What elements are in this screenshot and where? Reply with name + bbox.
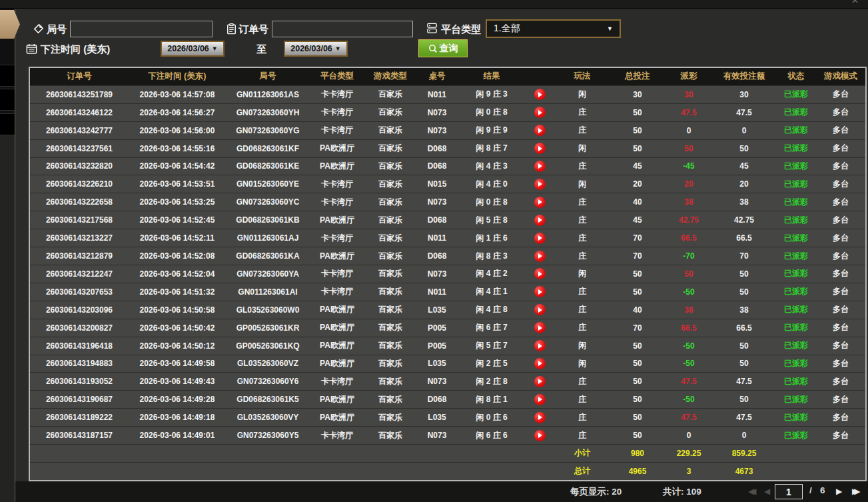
cell: 庄	[554, 391, 611, 408]
prev-page-icon[interactable]: ◀	[764, 487, 770, 496]
status-cell: 已派彩	[775, 265, 817, 283]
order-no-input[interactable]	[272, 21, 413, 37]
play-video-button[interactable]	[534, 197, 546, 208]
close-icon[interactable]: ✕	[851, 0, 859, 5]
play-cell	[526, 337, 554, 355]
game-no-input[interactable]	[70, 21, 213, 37]
play-cell	[526, 265, 554, 283]
cell: 多台	[817, 158, 864, 175]
column-header: 桌号	[416, 68, 458, 85]
play-icon	[538, 217, 542, 223]
cell: 庄	[554, 301, 611, 319]
cell: 2026-03-06 14:53:51	[129, 175, 226, 193]
column-header: 有效投注额	[713, 68, 775, 85]
cell: 百家乐	[364, 427, 416, 444]
sum-payout: 229.25	[664, 445, 713, 462]
cell: 多台	[817, 247, 864, 265]
cell: 2026-03-06 14:51:32	[129, 283, 226, 301]
play-cell	[526, 193, 554, 211]
play-video-button[interactable]	[534, 340, 546, 351]
play-video-button[interactable]	[534, 358, 546, 369]
table-row: 2603061432008272026-03-06 14:50:42GP0052…	[30, 319, 865, 337]
play-video-button[interactable]	[534, 430, 546, 441]
payout-cell: 66.5	[664, 319, 713, 337]
query-button[interactable]: 查询	[418, 39, 468, 57]
sidebar-tab[interactable]	[0, 65, 15, 87]
cell: 50	[713, 283, 775, 301]
cell: 50	[611, 283, 664, 301]
play-video-button[interactable]	[534, 179, 546, 190]
cell: 260306143212247	[30, 265, 129, 283]
play-video-button[interactable]	[534, 125, 546, 136]
query-button-label: 查询	[440, 43, 458, 55]
cell: GD068263061KF	[226, 140, 310, 157]
cell: N073	[416, 193, 458, 211]
cell: 30	[713, 86, 775, 103]
cell: 50	[611, 104, 664, 121]
to-label: 至	[256, 43, 266, 56]
sum-cell	[364, 445, 416, 462]
first-page-icon[interactable]: ◀◀	[748, 487, 756, 496]
cell: 百家乐	[364, 355, 416, 373]
platform-type-selected: 1.全部	[494, 23, 520, 35]
play-video-button[interactable]	[534, 143, 546, 154]
date-to-button[interactable]: 2026/03/06 ▼	[284, 41, 348, 57]
date-from-button[interactable]: 2026/03/06 ▼	[161, 41, 224, 57]
play-video-button[interactable]	[534, 322, 546, 333]
payout-cell: 38	[664, 301, 713, 319]
play-video-button[interactable]	[534, 89, 546, 100]
column-header: 下注时间 (美东)	[129, 68, 226, 85]
chevron-down-icon: ▼	[212, 45, 218, 52]
page-separator: /	[809, 485, 812, 495]
cell: GN011263061AI	[226, 283, 310, 301]
sum-cell	[526, 463, 554, 480]
sidebar-tab[interactable]	[0, 113, 15, 135]
column-header: 总投注	[611, 68, 664, 85]
table-row: 2603061432175682026-03-06 14:52:45GD0682…	[30, 211, 865, 229]
play-video-button[interactable]	[534, 412, 546, 423]
cell: 2026-03-06 14:52:45	[129, 211, 226, 229]
play-video-button[interactable]	[534, 107, 546, 118]
chevron-down-icon: ▼	[335, 45, 341, 52]
play-video-button[interactable]	[534, 376, 546, 387]
tag-icon	[32, 23, 45, 35]
play-video-button[interactable]	[534, 161, 546, 172]
sum-cell	[30, 445, 129, 462]
table-row: 2603061432076532026-03-06 14:51:32GN0112…	[30, 283, 865, 301]
play-video-button[interactable]	[534, 233, 546, 244]
play-video-button[interactable]	[534, 286, 546, 297]
cell: GL035263060VZ	[226, 355, 310, 373]
cell: 260306143237561	[30, 140, 129, 157]
play-video-button[interactable]	[534, 251, 546, 262]
cell: 闲 5 庄 8	[458, 211, 526, 229]
play-video-button[interactable]	[534, 394, 546, 405]
cell: 2026-03-06 14:57:08	[129, 86, 226, 103]
cell: 百家乐	[364, 301, 416, 319]
cell: 260306143212879	[30, 247, 129, 265]
search-icon	[428, 44, 438, 53]
cell: 卡卡湾厅	[310, 104, 364, 121]
calendar-icon	[25, 43, 38, 55]
platform-type-label: 平台类型	[441, 23, 481, 36]
column-header: 平台类型	[310, 68, 364, 85]
play-cell	[526, 175, 554, 193]
last-page-icon[interactable]: ▶▶	[852, 487, 860, 496]
page-number-input[interactable]	[775, 484, 803, 499]
cell: GN073263060YH	[226, 104, 310, 121]
subtotal-row: 小计980229.25859.25	[30, 444, 865, 462]
play-video-button[interactable]	[534, 268, 546, 279]
next-page-icon[interactable]: ▶	[836, 487, 842, 496]
cell: P005	[416, 337, 458, 355]
platform-type-select[interactable]: 1.全部 ▼	[486, 19, 621, 38]
cell: P005	[416, 319, 458, 337]
status-cell: 已派彩	[775, 122, 817, 139]
cell: 庄	[554, 409, 611, 426]
sidebar-tab[interactable]	[0, 89, 15, 111]
cell: GL035263060VY	[226, 409, 310, 426]
play-cell	[526, 140, 554, 157]
status-cell: 已派彩	[775, 355, 817, 373]
cell: 2026-03-06 14:49:18	[129, 409, 226, 426]
cell: 2026-03-06 14:49:58	[129, 355, 226, 373]
play-video-button[interactable]	[534, 215, 546, 226]
play-video-button[interactable]	[534, 304, 546, 315]
